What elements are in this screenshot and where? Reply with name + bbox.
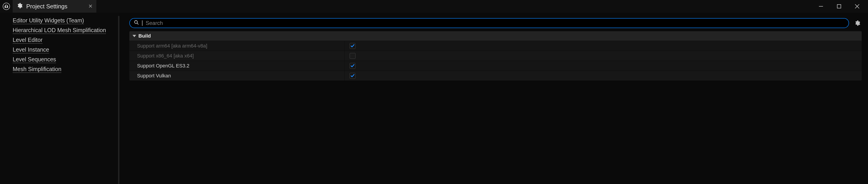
setting-row: Support OpenGL ES3.2: [129, 61, 862, 71]
maximize-button[interactable]: [835, 2, 844, 11]
setting-row: Support Vulkan: [129, 71, 862, 81]
sidebar-item-level-instance[interactable]: Level Instance: [13, 47, 49, 53]
setting-value: [345, 61, 862, 71]
sidebar: Editor Utility Widgets (Team) Hierarchic…: [0, 13, 119, 184]
setting-value: [345, 41, 862, 51]
search-box[interactable]: [129, 18, 849, 28]
minimize-button[interactable]: [816, 2, 826, 11]
titlebar: Project Settings: [0, 0, 868, 13]
sidebar-item-editor-utility-widgets[interactable]: Editor Utility Widgets (Team): [13, 17, 84, 24]
setting-label: Support x86_64 [aka x64]: [129, 51, 345, 61]
checkbox-support-arm64[interactable]: [350, 43, 355, 49]
chevron-down-icon: [132, 35, 136, 37]
section-header[interactable]: Build: [129, 31, 862, 41]
setting-label: Support OpenGL ES3.2: [129, 61, 345, 71]
setting-row: Support arm64 [aka arm64-v8a]: [129, 41, 862, 51]
svg-point-0: [3, 3, 10, 10]
window-controls: [816, 0, 868, 13]
sidebar-item-level-sequences[interactable]: Level Sequences: [13, 56, 56, 63]
tab-title: Project Settings: [26, 3, 67, 10]
svg-point-7: [134, 21, 137, 24]
search-icon: [134, 20, 139, 26]
checkbox-support-opengl-es32[interactable]: [350, 63, 355, 69]
sidebar-item-mesh-simplification[interactable]: Mesh Simplification: [13, 66, 61, 72]
text-caret: [142, 20, 143, 26]
setting-label: Support arm64 [aka arm64-v8a]: [129, 41, 345, 51]
setting-value: [345, 71, 862, 81]
checkbox-support-x86-64[interactable]: [350, 53, 355, 59]
section-title: Build: [138, 33, 151, 39]
svg-rect-4: [837, 4, 841, 8]
gear-icon: [16, 2, 23, 10]
settings-gear-button[interactable]: [852, 20, 862, 26]
main-split: Editor Utility Widgets (Team) Hierarchic…: [0, 13, 868, 184]
close-window-button[interactable]: [852, 2, 862, 11]
search-input[interactable]: [146, 20, 844, 26]
svg-line-8: [137, 23, 138, 25]
tab-project-settings[interactable]: Project Settings: [13, 0, 96, 13]
checkbox-support-vulkan[interactable]: [350, 73, 355, 79]
sidebar-item-level-editor[interactable]: Level Editor: [13, 37, 42, 43]
unreal-logo-icon: [0, 0, 13, 13]
setting-value: [345, 51, 862, 61]
tab-close-button[interactable]: [89, 3, 92, 9]
settings-panel: Build Support arm64 [aka arm64-v8a] Supp…: [119, 13, 868, 184]
setting-row: Support x86_64 [aka x64]: [129, 51, 862, 61]
section-build: Build Support arm64 [aka arm64-v8a] Supp…: [129, 31, 862, 81]
setting-label: Support Vulkan: [129, 71, 345, 81]
search-row: [129, 18, 862, 28]
sidebar-item-hierarchical-lod[interactable]: Hierarchical LOD Mesh Simplification: [13, 27, 106, 33]
